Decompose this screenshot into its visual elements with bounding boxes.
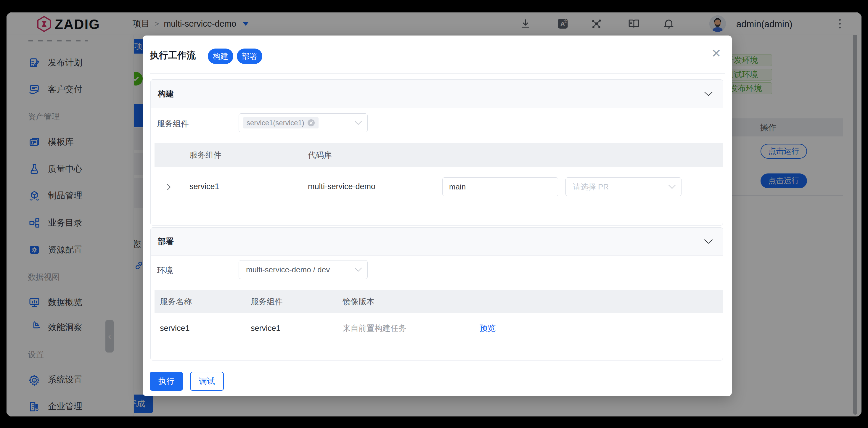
- modal-title: 执行工作流: [150, 49, 196, 62]
- col-repo: 代码库: [308, 150, 332, 160]
- build-section-title: 构建: [158, 89, 174, 99]
- chevron-down-icon[interactable]: [704, 239, 713, 244]
- cell-service-name: service1: [160, 324, 190, 333]
- pr-placeholder: 请选择 PR: [573, 182, 609, 192]
- deploy-table-row: service1 service1 来自前置构建任务 预览: [155, 313, 723, 343]
- workflow-stage-tags: 构建 部署: [208, 49, 262, 64]
- cell-repo: multi-service-demo: [308, 182, 375, 191]
- chevron-down-icon: [354, 121, 362, 125]
- cell-image-version: 来自前置构建任务: [343, 323, 406, 334]
- close-icon[interactable]: ✕: [711, 48, 721, 59]
- environment-label: 环境: [157, 265, 173, 276]
- deploy-panel-header[interactable]: 部署: [151, 227, 723, 256]
- build-table-row: service1 multi-service-demo 请选择 PR: [155, 167, 723, 206]
- service-components-select[interactable]: service1(service1): [239, 113, 368, 132]
- deploy-table-header: 服务名称 服务组件 镜像版本: [155, 290, 723, 313]
- service-components-label: 服务组件: [157, 118, 189, 129]
- expand-row-icon[interactable]: [166, 183, 171, 191]
- deploy-section-title: 部署: [158, 236, 174, 247]
- deploy-table: 服务名称 服务组件 镜像版本 service1 service1 来自前置构建任…: [155, 290, 723, 343]
- pr-select[interactable]: 请选择 PR: [565, 177, 681, 196]
- debug-button[interactable]: 调试: [190, 372, 224, 391]
- app-window: ZADIG 项目 > multi-service-demo A 文: [6, 12, 862, 417]
- build-panel-header[interactable]: 构建: [151, 80, 723, 108]
- cell-service-component: service1: [251, 324, 281, 333]
- col-image-version: 镜像版本: [343, 296, 374, 307]
- build-table-header: 服务组件 代码库: [155, 143, 723, 167]
- preview-link[interactable]: 预览: [479, 323, 496, 334]
- col-service-component: 服务组件: [251, 296, 283, 307]
- col-service-name: 服务名称: [160, 296, 192, 307]
- chevron-down-icon: [668, 185, 676, 189]
- execute-button[interactable]: 执行: [150, 372, 183, 391]
- stage-tag-deploy: 部署: [237, 49, 262, 64]
- build-table: 服务组件 代码库 service1 multi-service-demo 请选择…: [155, 143, 723, 206]
- col-service: 服务组件: [189, 150, 221, 160]
- stage-tag-build: 构建: [208, 49, 233, 64]
- environment-select[interactable]: multi-service-demo / dev: [239, 260, 368, 279]
- chevron-down-icon[interactable]: [704, 91, 713, 96]
- cell-service: service1: [189, 182, 219, 191]
- execute-workflow-modal: 执行工作流 构建 部署 ✕ 构建 服务组件 service1(service1)…: [143, 35, 732, 396]
- chevron-down-icon: [354, 268, 362, 272]
- divider: [150, 73, 725, 74]
- selected-service-tag: service1(service1): [243, 117, 318, 128]
- environment-value: multi-service-demo / dev: [246, 265, 330, 274]
- remove-tag-icon[interactable]: [307, 119, 315, 127]
- branch-input[interactable]: [442, 177, 558, 196]
